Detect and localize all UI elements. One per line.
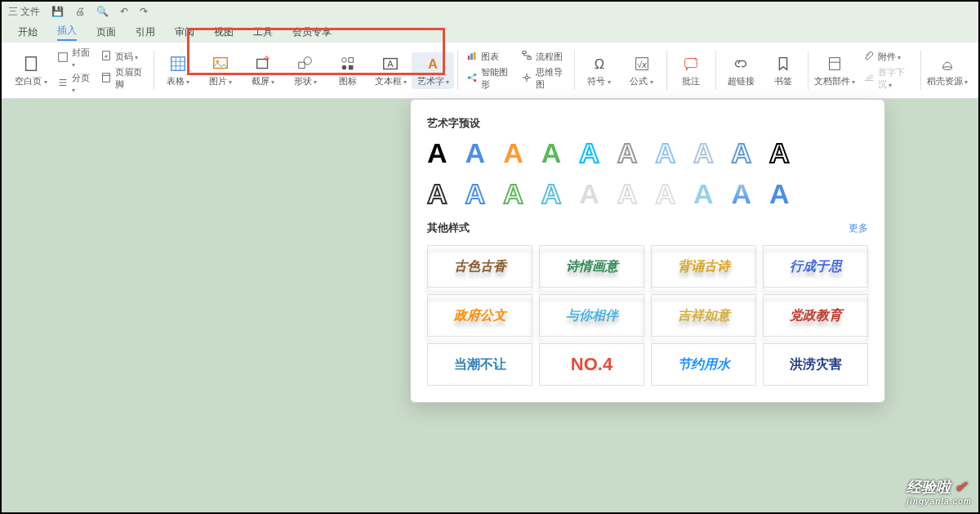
- preset-a6[interactable]: A: [617, 139, 638, 167]
- style-card-4[interactable]: 行成于思: [763, 245, 868, 288]
- tab-tools[interactable]: 工具: [253, 25, 273, 39]
- style-card-7[interactable]: 吉祥如意: [651, 294, 756, 337]
- tab-insert[interactable]: 插入: [57, 24, 77, 41]
- cover-button[interactable]: 封面: [57, 47, 91, 69]
- resource-button[interactable]: 稻壳资源: [924, 52, 970, 89]
- svg-rect-29: [523, 51, 526, 54]
- svg-rect-17: [349, 57, 354, 62]
- style-card-12[interactable]: 洪涝灾害: [763, 343, 868, 386]
- preset-a8[interactable]: A: [693, 139, 714, 167]
- flowchart-button[interactable]: 流程图: [521, 50, 566, 63]
- tab-start[interactable]: 开始: [18, 25, 38, 39]
- tab-reference[interactable]: 引用: [136, 25, 155, 39]
- preset-b2[interactable]: A: [466, 180, 486, 208]
- chart-button[interactable]: 图表: [466, 50, 511, 63]
- svg-text:+: +: [694, 56, 697, 63]
- icon-button[interactable]: 图标: [327, 52, 369, 89]
- preset-b8[interactable]: A: [693, 180, 714, 208]
- hyperlink-button[interactable]: 超链接: [719, 52, 762, 89]
- preset-a5[interactable]: A: [579, 139, 599, 167]
- svg-rect-0: [26, 56, 37, 70]
- svg-rect-14: [299, 62, 305, 68]
- style-card-2[interactable]: 诗情画意: [539, 245, 644, 288]
- formula-button[interactable]: √x 公式: [621, 52, 663, 89]
- svg-point-15: [305, 56, 312, 64]
- style-card-3[interactable]: 背诵古诗: [651, 245, 756, 288]
- svg-text:√x: √x: [637, 59, 647, 69]
- redo-icon[interactable]: ↷: [140, 6, 148, 17]
- preset-b9[interactable]: A: [732, 180, 752, 208]
- file-menu[interactable]: 三 文件: [8, 5, 40, 19]
- svg-rect-25: [474, 52, 476, 60]
- svg-text:#: #: [105, 53, 108, 59]
- bookmark-button[interactable]: 书签: [762, 52, 804, 89]
- textbox-button[interactable]: A 文本框: [369, 52, 412, 89]
- dropcap-button: A首字下沉: [863, 66, 912, 91]
- style-card-9[interactable]: 当潮不让: [427, 343, 532, 386]
- svg-rect-30: [528, 57, 531, 60]
- preset-a2[interactable]: A: [466, 139, 486, 167]
- preset-a9[interactable]: A: [732, 139, 752, 167]
- preset-a3[interactable]: A: [503, 139, 523, 167]
- mindmap-button[interactable]: 思维导图: [521, 66, 566, 91]
- blank-page-button[interactable]: 空白页: [10, 52, 52, 89]
- attachment-button[interactable]: 附件: [863, 50, 912, 63]
- preset-b5[interactable]: A: [579, 180, 599, 208]
- preset-title: 艺术字预设: [427, 116, 868, 131]
- style-card-11[interactable]: 节约用水: [651, 343, 756, 386]
- headerfooter-button[interactable]: 页眉页脚: [100, 66, 145, 91]
- table-button[interactable]: 表格: [157, 52, 199, 89]
- svg-point-18: [342, 65, 347, 69]
- preset-b10[interactable]: A: [769, 180, 790, 208]
- tab-member[interactable]: 会员专享: [292, 25, 332, 39]
- section-button[interactable]: 分页: [57, 72, 91, 94]
- svg-rect-6: [172, 56, 185, 70]
- preset-a1[interactable]: A: [427, 139, 448, 167]
- tab-review[interactable]: 审阅: [175, 25, 194, 39]
- watermark: 经验啦 ✔ jingyanla.com: [906, 477, 972, 506]
- preset-b1[interactable]: A: [427, 180, 448, 208]
- preset-a4[interactable]: A: [541, 139, 562, 167]
- preset-b6[interactable]: A: [617, 180, 638, 208]
- screenshot-button[interactable]: 截屏: [242, 52, 284, 89]
- svg-point-16: [342, 57, 347, 62]
- style-grid: 古色古香 诗情画意 背诵古诗 行成于思 政府公文 与你相伴 吉祥如意 党政教育 …: [427, 245, 868, 386]
- svg-point-27: [474, 74, 477, 77]
- style-card-8[interactable]: 党政教育: [763, 294, 868, 337]
- preset-a7[interactable]: A: [655, 139, 675, 167]
- document-canvas: 艺术字预设 A A A A A A A A A A A A A A A A A: [2, 99, 978, 513]
- window-title-bar: 三 文件 💾 🖨 🔍 ↶ ↷: [2, 2, 978, 21]
- svg-rect-24: [471, 53, 474, 60]
- style-card-5[interactable]: 政府公文: [427, 294, 532, 337]
- style-card-10[interactable]: NO.4: [539, 343, 644, 386]
- pagenum-button[interactable]: #页码: [100, 50, 145, 63]
- smartart-button[interactable]: 智能图形: [466, 66, 511, 91]
- more-link[interactable]: 更多: [849, 221, 868, 235]
- tab-view[interactable]: 视图: [214, 25, 234, 39]
- svg-rect-37: [830, 57, 840, 69]
- svg-rect-4: [102, 74, 109, 83]
- svg-rect-13: [257, 59, 268, 68]
- preset-b4[interactable]: A: [541, 180, 562, 208]
- tab-page[interactable]: 页面: [96, 25, 116, 39]
- docpart-button[interactable]: 文档部件: [812, 52, 858, 89]
- picture-button[interactable]: 图片: [199, 52, 242, 89]
- preset-b7[interactable]: A: [655, 180, 675, 208]
- preview-icon[interactable]: 🔍: [96, 6, 109, 17]
- shape-button[interactable]: 形状: [284, 52, 327, 89]
- preset-a10[interactable]: A: [769, 139, 790, 167]
- svg-rect-11: [214, 57, 228, 68]
- wordart-button[interactable]: A 艺术字: [412, 52, 454, 89]
- comment-button[interactable]: + 批注: [670, 52, 712, 89]
- svg-text:A: A: [428, 56, 438, 70]
- preset-b3[interactable]: A: [503, 180, 523, 208]
- style-card-1[interactable]: 古色古香: [427, 245, 532, 288]
- symbol-button[interactable]: Ω 符号: [578, 52, 621, 89]
- svg-point-28: [474, 79, 477, 83]
- svg-rect-1: [59, 52, 68, 61]
- print-icon[interactable]: 🖨: [75, 6, 85, 17]
- save-icon[interactable]: 💾: [51, 6, 64, 17]
- undo-icon[interactable]: ↶: [120, 6, 128, 17]
- style-card-6[interactable]: 与你相伴: [539, 294, 644, 337]
- svg-point-31: [525, 76, 528, 79]
